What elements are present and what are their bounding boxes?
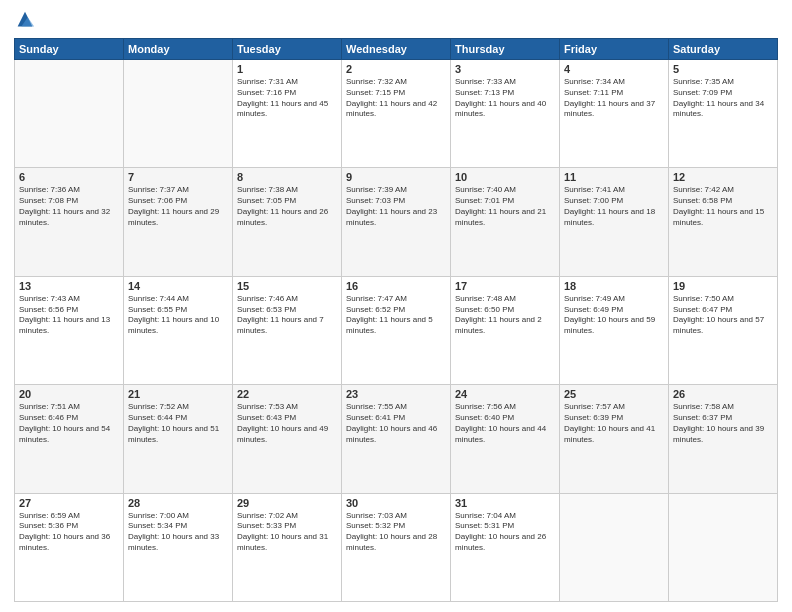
calendar-cell: 3Sunrise: 7:33 AM Sunset: 7:13 PM Daylig…: [451, 60, 560, 168]
weekday-header: Wednesday: [342, 39, 451, 60]
calendar-cell: 25Sunrise: 7:57 AM Sunset: 6:39 PM Dayli…: [560, 385, 669, 493]
day-info: Sunrise: 7:02 AM Sunset: 5:33 PM Dayligh…: [237, 511, 337, 554]
day-number: 19: [673, 280, 773, 292]
calendar-cell: [669, 493, 778, 601]
day-number: 17: [455, 280, 555, 292]
day-number: 28: [128, 497, 228, 509]
day-number: 24: [455, 388, 555, 400]
day-info: Sunrise: 7:41 AM Sunset: 7:00 PM Dayligh…: [564, 185, 664, 228]
calendar-cell: 23Sunrise: 7:55 AM Sunset: 6:41 PM Dayli…: [342, 385, 451, 493]
logo: [14, 10, 40, 32]
calendar-cell: 14Sunrise: 7:44 AM Sunset: 6:55 PM Dayli…: [124, 276, 233, 384]
calendar-cell: 5Sunrise: 7:35 AM Sunset: 7:09 PM Daylig…: [669, 60, 778, 168]
day-number: 18: [564, 280, 664, 292]
weekday-header: Sunday: [15, 39, 124, 60]
day-info: Sunrise: 7:47 AM Sunset: 6:52 PM Dayligh…: [346, 294, 446, 337]
day-info: Sunrise: 7:42 AM Sunset: 6:58 PM Dayligh…: [673, 185, 773, 228]
calendar-cell: 26Sunrise: 7:58 AM Sunset: 6:37 PM Dayli…: [669, 385, 778, 493]
day-info: Sunrise: 7:58 AM Sunset: 6:37 PM Dayligh…: [673, 402, 773, 445]
day-number: 8: [237, 171, 337, 183]
calendar-cell: 24Sunrise: 7:56 AM Sunset: 6:40 PM Dayli…: [451, 385, 560, 493]
calendar-cell: 8Sunrise: 7:38 AM Sunset: 7:05 PM Daylig…: [233, 168, 342, 276]
calendar-cell: 28Sunrise: 7:00 AM Sunset: 5:34 PM Dayli…: [124, 493, 233, 601]
calendar-cell: 31Sunrise: 7:04 AM Sunset: 5:31 PM Dayli…: [451, 493, 560, 601]
day-info: Sunrise: 7:04 AM Sunset: 5:31 PM Dayligh…: [455, 511, 555, 554]
calendar-cell: 11Sunrise: 7:41 AM Sunset: 7:00 PM Dayli…: [560, 168, 669, 276]
calendar-cell: [560, 493, 669, 601]
day-number: 27: [19, 497, 119, 509]
calendar-cell: 16Sunrise: 7:47 AM Sunset: 6:52 PM Dayli…: [342, 276, 451, 384]
calendar-cell: 22Sunrise: 7:53 AM Sunset: 6:43 PM Dayli…: [233, 385, 342, 493]
day-number: 23: [346, 388, 446, 400]
day-number: 22: [237, 388, 337, 400]
day-number: 13: [19, 280, 119, 292]
weekday-header: Friday: [560, 39, 669, 60]
weekday-header: Monday: [124, 39, 233, 60]
calendar-cell: 6Sunrise: 7:36 AM Sunset: 7:08 PM Daylig…: [15, 168, 124, 276]
day-info: Sunrise: 7:51 AM Sunset: 6:46 PM Dayligh…: [19, 402, 119, 445]
day-info: Sunrise: 7:52 AM Sunset: 6:44 PM Dayligh…: [128, 402, 228, 445]
day-info: Sunrise: 7:39 AM Sunset: 7:03 PM Dayligh…: [346, 185, 446, 228]
day-info: Sunrise: 7:50 AM Sunset: 6:47 PM Dayligh…: [673, 294, 773, 337]
day-number: 29: [237, 497, 337, 509]
calendar-cell: 2Sunrise: 7:32 AM Sunset: 7:15 PM Daylig…: [342, 60, 451, 168]
day-number: 7: [128, 171, 228, 183]
calendar-cell: 1Sunrise: 7:31 AM Sunset: 7:16 PM Daylig…: [233, 60, 342, 168]
day-info: Sunrise: 7:44 AM Sunset: 6:55 PM Dayligh…: [128, 294, 228, 337]
calendar-cell: 9Sunrise: 7:39 AM Sunset: 7:03 PM Daylig…: [342, 168, 451, 276]
calendar-week-row: 20Sunrise: 7:51 AM Sunset: 6:46 PM Dayli…: [15, 385, 778, 493]
day-info: Sunrise: 7:34 AM Sunset: 7:11 PM Dayligh…: [564, 77, 664, 120]
calendar-week-row: 6Sunrise: 7:36 AM Sunset: 7:08 PM Daylig…: [15, 168, 778, 276]
day-info: Sunrise: 7:53 AM Sunset: 6:43 PM Dayligh…: [237, 402, 337, 445]
calendar-cell: 10Sunrise: 7:40 AM Sunset: 7:01 PM Dayli…: [451, 168, 560, 276]
day-info: Sunrise: 7:38 AM Sunset: 7:05 PM Dayligh…: [237, 185, 337, 228]
header: [14, 10, 778, 32]
weekday-header: Saturday: [669, 39, 778, 60]
day-info: Sunrise: 7:48 AM Sunset: 6:50 PM Dayligh…: [455, 294, 555, 337]
calendar-cell: 21Sunrise: 7:52 AM Sunset: 6:44 PM Dayli…: [124, 385, 233, 493]
day-info: Sunrise: 7:57 AM Sunset: 6:39 PM Dayligh…: [564, 402, 664, 445]
calendar-cell: [124, 60, 233, 168]
day-number: 9: [346, 171, 446, 183]
day-info: Sunrise: 7:31 AM Sunset: 7:16 PM Dayligh…: [237, 77, 337, 120]
calendar-cell: 29Sunrise: 7:02 AM Sunset: 5:33 PM Dayli…: [233, 493, 342, 601]
day-info: Sunrise: 7:33 AM Sunset: 7:13 PM Dayligh…: [455, 77, 555, 120]
day-info: Sunrise: 7:43 AM Sunset: 6:56 PM Dayligh…: [19, 294, 119, 337]
day-number: 16: [346, 280, 446, 292]
day-info: Sunrise: 6:59 AM Sunset: 5:36 PM Dayligh…: [19, 511, 119, 554]
calendar-cell: 13Sunrise: 7:43 AM Sunset: 6:56 PM Dayli…: [15, 276, 124, 384]
day-number: 30: [346, 497, 446, 509]
day-number: 25: [564, 388, 664, 400]
day-number: 11: [564, 171, 664, 183]
calendar-page: SundayMondayTuesdayWednesdayThursdayFrid…: [0, 0, 792, 612]
day-number: 20: [19, 388, 119, 400]
day-number: 2: [346, 63, 446, 75]
day-number: 26: [673, 388, 773, 400]
day-info: Sunrise: 7:32 AM Sunset: 7:15 PM Dayligh…: [346, 77, 446, 120]
day-info: Sunrise: 7:03 AM Sunset: 5:32 PM Dayligh…: [346, 511, 446, 554]
calendar-cell: 4Sunrise: 7:34 AM Sunset: 7:11 PM Daylig…: [560, 60, 669, 168]
calendar-week-row: 1Sunrise: 7:31 AM Sunset: 7:16 PM Daylig…: [15, 60, 778, 168]
day-info: Sunrise: 7:35 AM Sunset: 7:09 PM Dayligh…: [673, 77, 773, 120]
calendar-cell: 12Sunrise: 7:42 AM Sunset: 6:58 PM Dayli…: [669, 168, 778, 276]
day-info: Sunrise: 7:56 AM Sunset: 6:40 PM Dayligh…: [455, 402, 555, 445]
calendar-cell: 30Sunrise: 7:03 AM Sunset: 5:32 PM Dayli…: [342, 493, 451, 601]
day-info: Sunrise: 7:49 AM Sunset: 6:49 PM Dayligh…: [564, 294, 664, 337]
day-info: Sunrise: 7:55 AM Sunset: 6:41 PM Dayligh…: [346, 402, 446, 445]
weekday-header: Thursday: [451, 39, 560, 60]
weekday-header-row: SundayMondayTuesdayWednesdayThursdayFrid…: [15, 39, 778, 60]
calendar-cell: [15, 60, 124, 168]
day-number: 1: [237, 63, 337, 75]
day-number: 12: [673, 171, 773, 183]
day-number: 15: [237, 280, 337, 292]
calendar-cell: 27Sunrise: 6:59 AM Sunset: 5:36 PM Dayli…: [15, 493, 124, 601]
day-number: 14: [128, 280, 228, 292]
day-number: 10: [455, 171, 555, 183]
calendar-table: SundayMondayTuesdayWednesdayThursdayFrid…: [14, 38, 778, 602]
day-info: Sunrise: 7:37 AM Sunset: 7:06 PM Dayligh…: [128, 185, 228, 228]
day-number: 4: [564, 63, 664, 75]
day-info: Sunrise: 7:36 AM Sunset: 7:08 PM Dayligh…: [19, 185, 119, 228]
day-number: 21: [128, 388, 228, 400]
day-info: Sunrise: 7:00 AM Sunset: 5:34 PM Dayligh…: [128, 511, 228, 554]
day-info: Sunrise: 7:46 AM Sunset: 6:53 PM Dayligh…: [237, 294, 337, 337]
